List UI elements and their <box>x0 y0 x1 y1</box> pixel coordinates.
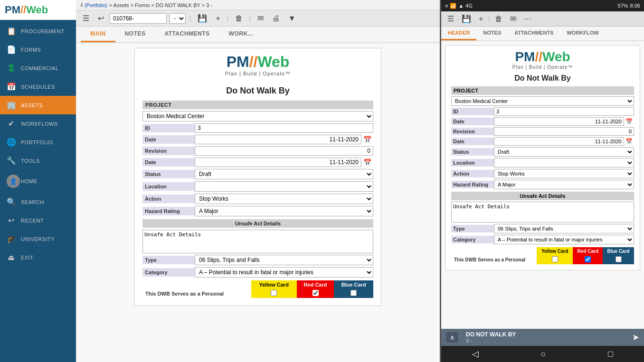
project-name-select[interactable]: Boston Medical Center <box>142 111 373 121</box>
android-back-button[interactable]: ◁ <box>472 349 479 359</box>
calendar-icon[interactable]: 📅 <box>361 135 373 144</box>
record-selector[interactable]: - <box>170 13 186 24</box>
mobile-action-select[interactable]: Stop Works <box>494 169 634 178</box>
mobile-calendar2-icon[interactable]: 📅 <box>624 137 634 146</box>
sidebar-item-university[interactable]: 🎓 UNIVERSITY <box>0 230 76 248</box>
sidebar-item-forms[interactable]: 📄 FORMS <box>0 40 76 59</box>
record-id-input[interactable] <box>110 13 167 24</box>
more-button[interactable]: ▼ <box>285 13 299 24</box>
action-select[interactable]: Stop Works <box>195 194 373 204</box>
mobile-status-select[interactable]: Draft <box>494 147 634 157</box>
undo-button[interactable]: ↩ <box>95 12 107 24</box>
right-panel: ≡ 📶 ▲ 4G 57% 8:06 ☰ 💾 + | 🗑 ✉ ⋯ HEADER N… <box>440 0 644 362</box>
android-home-button[interactable]: ○ <box>541 349 546 359</box>
mobile-date2-input[interactable] <box>494 137 624 146</box>
save-button[interactable]: 💾 <box>195 12 210 24</box>
sidebar-item-exit[interactable]: ⏏ EXIT <box>0 248 76 267</box>
sidebar-item-portfolio[interactable]: 🌐 PORTFOLIO <box>0 133 76 151</box>
mobile-revision-input[interactable] <box>494 127 634 136</box>
mobile-category-row: Category A – Potential to result in fata… <box>451 235 634 244</box>
mobile-right-arrow-button[interactable]: ➤ <box>632 332 639 343</box>
sidebar-item-label: SCHEDULES <box>21 84 55 90</box>
sidebar-item-commercial[interactable]: 💲 COMMERCIAL <box>0 59 76 77</box>
mobile-unsafe-textarea[interactable]: Unsafe Act Details <box>451 202 634 223</box>
mobile-logo-tagline: Plan | Build | Operate™ <box>451 65 634 70</box>
card-row-label: This DWB Serves as a Personal <box>142 289 251 298</box>
mobile-more-button[interactable]: ⋯ <box>521 13 534 24</box>
date2-input[interactable] <box>195 158 361 167</box>
form-panel: PM//Web Plan | Build | Operate™ Do Not W… <box>134 48 381 306</box>
mobile-add-button[interactable]: + <box>476 14 485 24</box>
mobile-action-label: Action <box>451 170 494 177</box>
mobile-tab-attachments[interactable]: ATTACHMENTS <box>508 27 560 40</box>
sidebar-item-label: UNIVERSITY <box>21 236 55 242</box>
print-button[interactable]: 🖨 <box>269 13 283 24</box>
unsafe-textarea[interactable]: Unsafe Act Details <box>142 230 373 253</box>
tab-notes[interactable]: NOTES <box>115 27 155 42</box>
category-select[interactable]: A – Potential to result in fatal or majo… <box>195 267 373 278</box>
email-button[interactable]: ✉ <box>255 12 266 24</box>
mobile-tab-notes[interactable]: NOTES <box>476 27 508 40</box>
sidebar-item-recent[interactable]: ↩ RECENT <box>0 211 76 230</box>
date-input-wrapper: 📅 <box>195 135 373 144</box>
mobile-hamburger-button[interactable]: ☰ <box>445 13 456 24</box>
mobile-save-button[interactable]: 💾 <box>459 13 474 24</box>
sidebar-item-workflows[interactable]: ✔ WORKFLOWS <box>0 114 76 133</box>
mobile-calendar-icon[interactable]: 📅 <box>624 117 634 126</box>
tab-main[interactable]: MAIN <box>81 27 115 42</box>
mobile-collapse-button[interactable]: ∧ <box>446 332 458 343</box>
red-card-cell <box>297 289 334 298</box>
sidebar-item-schedules[interactable]: 📅 SCHEDULES <box>0 77 76 96</box>
tab-work[interactable]: WORK... <box>219 27 263 42</box>
mobile-unsafe-header: Unsafe Act Details <box>451 192 634 200</box>
project-section-header: PROJECT <box>142 101 373 109</box>
mobile-logo-web: Web <box>542 49 570 64</box>
mobile-delete-button[interactable]: 🗑 <box>492 14 505 24</box>
mobile-type-select[interactable]: 06 Slips, Trips and Falls <box>494 224 634 233</box>
search-icon: 🔍 <box>7 197 16 206</box>
blue-card-checkbox[interactable] <box>350 290 357 296</box>
calendar2-icon[interactable]: 📅 <box>361 158 373 167</box>
mobile-tab-workflow[interactable]: WORKFLOW <box>560 27 605 40</box>
id-input[interactable] <box>195 123 373 133</box>
mobile-category-select[interactable]: A – Potential to result in fatal or majo… <box>494 235 634 244</box>
hamburger-button[interactable]: ☰ <box>80 12 92 24</box>
mobile-hazard-select[interactable]: A Major <box>494 180 634 189</box>
date-input[interactable] <box>195 135 361 144</box>
mobile-card-label-header <box>451 247 537 255</box>
delete-button[interactable]: 🗑 <box>232 13 246 24</box>
sidebar-item-search[interactable]: 🔍 SEARCH <box>0 193 76 211</box>
hazard-select[interactable]: A Major <box>195 206 373 216</box>
id-label: ID <box>142 124 195 132</box>
status-select[interactable]: Draft <box>195 169 373 179</box>
mobile-id-input[interactable] <box>494 107 634 116</box>
date2-input-wrapper: 📅 <box>195 158 373 167</box>
mobile-tab-header[interactable]: HEADER <box>441 27 476 40</box>
sidebar-item-home[interactable]: 👤 HOME <box>0 170 76 193</box>
breadcrumb-portfolio[interactable]: (Portfolio) <box>85 2 107 8</box>
type-select[interactable]: 06 Slips, Trips and Falls <box>195 255 373 265</box>
sidebar-item-procurement[interactable]: 📋 PROCUREMENT <box>0 22 76 40</box>
mobile-email-button[interactable]: ✉ <box>508 13 519 24</box>
mobile-blue-checkbox[interactable] <box>616 256 622 262</box>
sidebar-item-tools[interactable]: 🔧 TOOLS <box>0 151 76 170</box>
mobile-date-input[interactable] <box>494 117 624 126</box>
mobile-yellow-checkbox[interactable] <box>552 256 558 262</box>
portfolio-icon: 🌐 <box>7 138 16 147</box>
sidebar-item-label: ASSETS <box>21 102 43 108</box>
android-recents-button[interactable]: □ <box>608 349 613 359</box>
mobile-project-select[interactable]: Boston Medical Center <box>451 96 634 106</box>
mobile-menu-icon: ≡ <box>445 3 448 9</box>
yellow-card-checkbox[interactable] <box>271 290 277 296</box>
mobile-bottom-info-bar: ∧ DO NOT WALK BY 3 - ➤ <box>441 329 644 346</box>
red-card-checkbox[interactable] <box>313 290 319 296</box>
logo-pm: PM <box>227 53 249 70</box>
revision-input[interactable] <box>195 146 373 156</box>
tab-attachments[interactable]: ATTACHMENTS <box>155 27 219 42</box>
mobile-red-checkbox[interactable] <box>585 256 591 262</box>
add-button[interactable]: + <box>213 13 223 24</box>
sidebar-item-assets[interactable]: 🏢 ASSETS <box>0 96 76 114</box>
mobile-red-cell <box>573 255 603 264</box>
mobile-location-select[interactable] <box>494 158 634 167</box>
location-select[interactable] <box>195 181 373 192</box>
